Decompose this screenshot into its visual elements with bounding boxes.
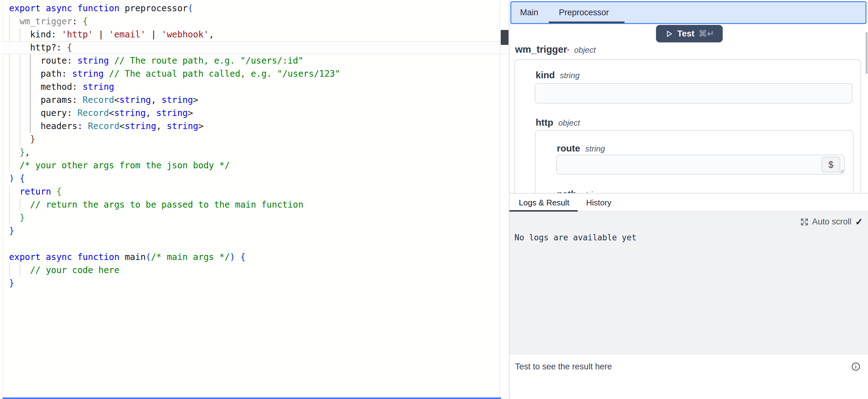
code-line[interactable]	[0, 238, 499, 251]
kind-input[interactable]	[535, 83, 852, 103]
field-type: string	[582, 190, 601, 193]
tab-logs-result[interactable]: Logs & Result	[519, 198, 569, 208]
preprocessor-args-form: wm_trigger* object kind string http obje…	[509, 0, 868, 193]
code-line[interactable]: },	[0, 146, 499, 159]
route-input-wrap: $	[556, 155, 845, 175]
code-line[interactable]: route: string // The route path, e.g. "/…	[0, 54, 499, 67]
logs-empty-message: No logs are available yet	[515, 233, 637, 242]
code-line[interactable]: headers: Record<string, string>	[0, 120, 499, 133]
result-placeholder: Test to see the result here	[515, 362, 612, 372]
code-line[interactable]: // return the args to be passed to the m…	[0, 198, 499, 211]
editor-focus-bottom-bar	[2, 397, 501, 399]
logs-output-area: Auto scroll ✓ No logs are available yet	[509, 212, 868, 354]
form-scrollbar-thumb[interactable]	[866, 32, 868, 74]
code-line[interactable]: params: Record<string, string>	[0, 94, 499, 106]
code-line[interactable]: export async function preprocessor(	[0, 2, 499, 15]
code-line[interactable]: method: string	[0, 81, 499, 94]
code-line[interactable]: kind: 'http' | 'email' | 'webhook',	[0, 28, 499, 41]
route-label: route string	[557, 143, 605, 154]
code-line[interactable]: /* your other args from the json body */	[0, 159, 499, 172]
field-type: object	[558, 118, 580, 128]
field-type: string	[585, 144, 605, 154]
editor-right-border	[499, 0, 500, 399]
code-line[interactable]: wm_trigger: {	[0, 15, 499, 28]
result-area: Test to see the result here	[509, 354, 868, 399]
auto-scroll-toggle[interactable]: Auto scroll ✓	[800, 217, 863, 226]
required-asterisk: *	[567, 48, 569, 54]
code-line[interactable]: }	[0, 211, 499, 224]
field-type: string	[560, 71, 580, 81]
editor-scrollbar-thumb[interactable]	[501, 30, 508, 45]
code-line[interactable]: return {	[0, 185, 499, 198]
auto-scroll-label: Auto scroll	[812, 217, 851, 226]
code-line[interactable]: // your code here	[0, 264, 499, 277]
field-name: route	[557, 143, 580, 154]
kind-label: kind string	[536, 70, 580, 81]
expression-toggle-button[interactable]: $	[822, 157, 840, 173]
info-icon[interactable]	[851, 362, 861, 372]
code-line[interactable]: ) {	[0, 172, 499, 185]
code-line[interactable]: }	[0, 277, 499, 290]
code-line[interactable]: }	[0, 224, 499, 238]
code-lines[interactable]: export async function preprocessor( wm_t…	[0, 2, 499, 290]
field-name: http	[536, 117, 553, 128]
code-line[interactable]: export async function main(/* main args …	[0, 251, 499, 264]
field-type: object	[574, 45, 595, 55]
code-line[interactable]: http?: {	[0, 41, 499, 54]
wm-trigger-label: wm_trigger* object	[515, 44, 596, 55]
code-editor[interactable]: export async function preprocessor( wm_t…	[0, 0, 509, 399]
field-name: wm_trigger	[515, 44, 567, 55]
field-name: path	[557, 189, 577, 193]
path-label-clipped: path string	[557, 189, 601, 193]
field-name: kind	[536, 70, 555, 81]
code-line[interactable]: }	[0, 133, 499, 146]
expand-icon[interactable]	[800, 218, 808, 226]
check-icon: ✓	[855, 217, 863, 226]
code-line[interactable]: query: Record<string, string>	[0, 106, 499, 120]
tab-history[interactable]: History	[586, 198, 611, 208]
route-input[interactable]	[556, 155, 845, 175]
http-label: http object	[536, 117, 580, 128]
code-line[interactable]: path: string // The actual path called, …	[0, 67, 499, 81]
logs-tab-row: Logs & Result History	[509, 193, 868, 212]
resize-grip-icon[interactable]	[838, 168, 844, 175]
